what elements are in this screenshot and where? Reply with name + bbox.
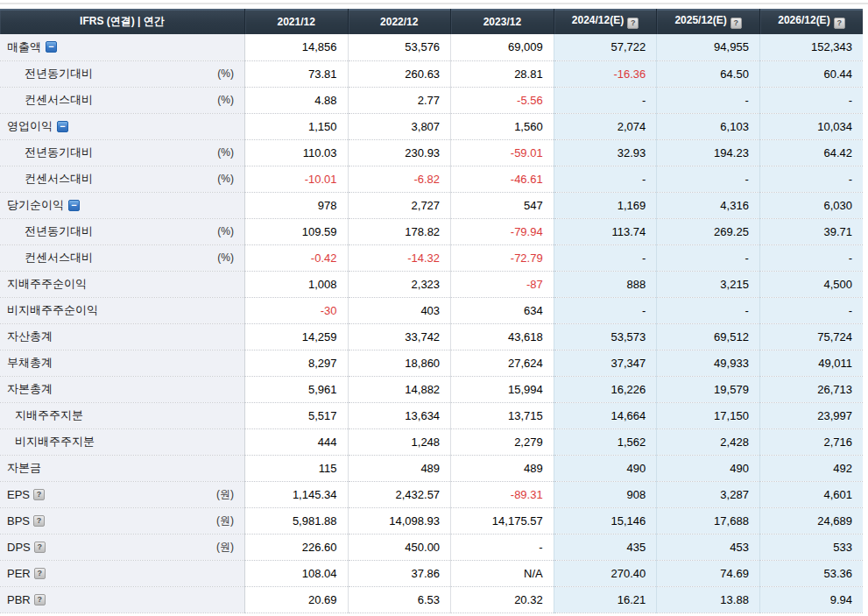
value-cell: 57,722 bbox=[554, 34, 657, 60]
value-cell: 14,882 bbox=[348, 376, 451, 402]
value-cell: 17,150 bbox=[657, 402, 760, 428]
value-cell: 908 bbox=[554, 481, 657, 507]
value-cell: 490 bbox=[554, 455, 657, 481]
value-cell: -46.61 bbox=[451, 166, 554, 192]
financial-table: IFRS (연결) | 연간 2021/122022/122023/122024… bbox=[0, 9, 863, 613]
help-icon[interactable]: ? bbox=[834, 18, 845, 29]
row-label-cell: 매출액− bbox=[0, 34, 244, 60]
row-unit: (원) bbox=[216, 513, 234, 528]
row-label: 비지배주주지분 bbox=[15, 434, 95, 450]
value-cell: -16.36 bbox=[554, 60, 657, 87]
value-cell: 37.86 bbox=[348, 560, 451, 586]
table-row: DPS?(원)226.60450.00-435453533 bbox=[0, 534, 863, 560]
value-cell: 14,856 bbox=[244, 34, 348, 60]
table-row: PBR?20.696.5320.3216.2113.889.94 bbox=[0, 586, 863, 612]
value-cell: 1,560 bbox=[451, 113, 554, 139]
value-cell: 453 bbox=[657, 534, 760, 560]
row-label-cell: EPS?(원) bbox=[0, 481, 244, 507]
value-cell: 108.04 bbox=[244, 560, 348, 586]
row-label-cell: 자산총계 bbox=[0, 323, 244, 350]
value-cell: 16,226 bbox=[554, 376, 657, 402]
value-cell: -72.79 bbox=[451, 244, 554, 271]
row-unit: (%) bbox=[217, 146, 234, 159]
value-cell: 43,618 bbox=[451, 323, 554, 350]
value-cell: 450.00 bbox=[348, 534, 451, 560]
value-cell: 1,248 bbox=[348, 428, 451, 455]
row-label-cell: PER? bbox=[0, 560, 244, 586]
table-row: 컨센서스대비(%)-0.42-14.32-72.79--- bbox=[0, 244, 863, 271]
value-cell: -10.01 bbox=[244, 166, 348, 192]
help-icon[interactable]: ? bbox=[33, 489, 45, 500]
value-cell: -79.94 bbox=[451, 218, 554, 244]
value-cell: 15,994 bbox=[451, 376, 554, 402]
collapse-toggle-icon[interactable]: − bbox=[46, 41, 57, 53]
value-cell: 269.25 bbox=[657, 218, 760, 244]
row-label-cell: 컨센서스대비(%) bbox=[0, 244, 244, 271]
table-row: 자산총계14,25933,74243,61853,57369,51275,724 bbox=[0, 323, 863, 350]
value-cell: 1,150 bbox=[244, 113, 348, 139]
help-icon[interactable]: ? bbox=[34, 568, 46, 579]
row-label: 당기순이익 bbox=[7, 197, 64, 213]
row-label: 매출액 bbox=[7, 39, 41, 55]
table-row: 매출액−14,85653,57669,00957,72294,955152,34… bbox=[0, 34, 863, 60]
value-cell: 270.40 bbox=[554, 560, 657, 586]
row-label-cell: 자본총계 bbox=[0, 376, 244, 402]
collapse-toggle-icon[interactable]: − bbox=[68, 200, 80, 211]
value-cell: 69,512 bbox=[657, 323, 760, 350]
column-header-202112: 2021/12 bbox=[244, 9, 348, 34]
value-cell: 2,432.57 bbox=[348, 481, 451, 507]
value-cell: 109.59 bbox=[244, 218, 348, 244]
value-cell: 14,175.57 bbox=[451, 507, 554, 534]
help-icon[interactable]: ? bbox=[730, 18, 742, 29]
row-label: BPS bbox=[7, 514, 30, 527]
value-cell: 18,860 bbox=[348, 350, 451, 376]
value-cell: -14.32 bbox=[348, 244, 451, 271]
value-cell: 53.36 bbox=[759, 560, 863, 586]
column-header-202512E: 2025/12(E)? bbox=[657, 9, 760, 34]
table-row: 당기순이익−9782,7275471,1694,3166,030 bbox=[0, 192, 863, 218]
value-cell: 403 bbox=[348, 297, 451, 323]
value-cell: -6.82 bbox=[348, 166, 451, 192]
row-label: 부채총계 bbox=[7, 355, 53, 371]
value-cell: 10,034 bbox=[759, 113, 863, 139]
value-cell: 1,145.34 bbox=[244, 481, 348, 507]
table-row: 부채총계8,29718,86027,62437,34749,93349,011 bbox=[0, 350, 863, 376]
row-label-cell: DPS?(원) bbox=[0, 534, 244, 560]
value-cell: 14,259 bbox=[244, 323, 348, 350]
value-cell: 16.21 bbox=[554, 586, 657, 612]
help-icon[interactable]: ? bbox=[627, 18, 639, 29]
row-label: 컨센서스대비 bbox=[25, 171, 93, 187]
column-header-label: 2026/12(E) bbox=[778, 14, 829, 26]
table-row: 전년동기대비(%)109.59178.82-79.94113.74269.253… bbox=[0, 218, 863, 244]
value-cell: 444 bbox=[244, 428, 348, 455]
value-cell: 74.69 bbox=[657, 560, 760, 586]
help-icon[interactable]: ? bbox=[33, 515, 45, 527]
row-label-cell: 비지배주주순이익 bbox=[0, 297, 244, 323]
collapse-toggle-icon[interactable]: − bbox=[57, 121, 68, 132]
help-icon[interactable]: ? bbox=[34, 594, 46, 605]
value-cell: 26,713 bbox=[759, 376, 863, 402]
table-row: 컨센서스대비(%)4.882.77-5.56--- bbox=[0, 87, 863, 113]
value-cell: 490 bbox=[657, 455, 760, 481]
row-label: EPS bbox=[7, 488, 30, 501]
row-label: 전년동기대비 bbox=[25, 66, 93, 81]
value-cell: 634 bbox=[451, 297, 554, 323]
row-unit: (%) bbox=[217, 173, 234, 185]
table-row: 자본총계5,96114,88215,99416,22619,57926,713 bbox=[0, 376, 863, 402]
value-cell: 64.50 bbox=[657, 60, 760, 87]
table-row: 지배주주지분5,51713,63413,71514,66417,15023,99… bbox=[0, 402, 863, 428]
row-label-cell: 자본금 bbox=[0, 455, 244, 481]
value-cell: 14,098.93 bbox=[348, 507, 451, 534]
value-cell: 3,287 bbox=[657, 481, 760, 507]
row-unit: (%) bbox=[217, 94, 234, 106]
row-label-cell: BPS?(원) bbox=[0, 507, 244, 534]
row-label-cell: 전년동기대비(%) bbox=[0, 60, 244, 87]
column-header-202612E: 2026/12(E)? bbox=[759, 9, 863, 34]
value-cell: 37,347 bbox=[554, 350, 657, 376]
row-label-cell: 컨센서스대비(%) bbox=[0, 87, 244, 113]
row-label: 자본총계 bbox=[7, 381, 53, 397]
value-cell: - bbox=[451, 534, 554, 560]
value-cell: -5.56 bbox=[451, 87, 554, 113]
help-icon[interactable]: ? bbox=[34, 542, 46, 553]
value-cell: - bbox=[759, 166, 863, 192]
